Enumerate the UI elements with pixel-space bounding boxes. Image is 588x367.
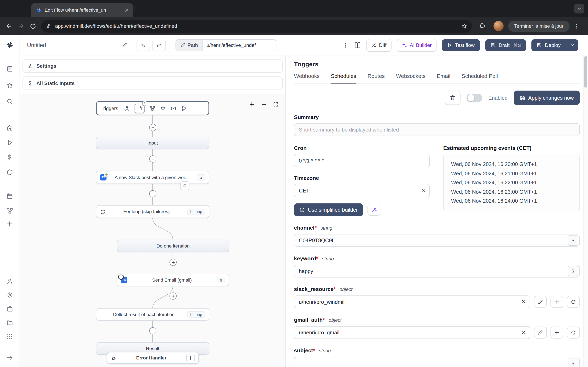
insert-step-button[interactable] xyxy=(149,327,156,334)
module-action-button[interactable] xyxy=(180,181,189,190)
clear-icon[interactable] xyxy=(521,329,527,335)
add-icon[interactable] xyxy=(6,221,13,227)
summary-input[interactable] xyxy=(294,123,580,136)
back-button[interactable] xyxy=(3,20,15,32)
simplified-builder-button[interactable]: Use simplified builder xyxy=(294,203,363,216)
scrollbar[interactable] xyxy=(583,55,588,367)
scrollbar-thumb[interactable] xyxy=(584,56,587,88)
tab-email[interactable]: Email xyxy=(437,73,450,83)
fit-view-button[interactable] xyxy=(271,100,280,109)
tab-webhooks[interactable]: Webhooks xyxy=(294,73,320,83)
subject-input[interactable] xyxy=(294,357,580,367)
poll-icon[interactable] xyxy=(181,105,187,111)
flow-canvas[interactable]: Triggers 1 Input xyxy=(20,94,285,367)
folders-icon[interactable] xyxy=(6,319,13,326)
test-flow-button[interactable]: Test flow xyxy=(442,39,480,51)
more-options-icon[interactable] xyxy=(342,42,348,48)
edit-resource-button[interactable] xyxy=(534,296,547,308)
cron-input[interactable] xyxy=(294,154,430,167)
slack-step-node[interactable]: TS A new Slack post with a given wor... … xyxy=(96,171,209,184)
deploy-options-button[interactable] xyxy=(566,39,578,51)
redo-button[interactable] xyxy=(152,40,166,51)
path-input[interactable] xyxy=(203,39,276,51)
browser-update-button[interactable]: Terminer la mise à jour xyxy=(508,20,570,32)
zoom-out-button[interactable] xyxy=(259,100,268,109)
webhook-icon[interactable] xyxy=(124,105,130,111)
bookmark-icon[interactable] xyxy=(461,23,467,29)
browser-tab[interactable]: Edit Flow u/henri/effective_un xyxy=(31,3,133,17)
gear-icon[interactable] xyxy=(6,292,13,299)
clear-icon[interactable] xyxy=(521,299,527,305)
triggers-node[interactable]: Triggers 1 xyxy=(96,101,209,115)
workspace-icon[interactable] xyxy=(6,306,13,312)
tab-close-icon[interactable] xyxy=(124,7,130,13)
favorites-icon[interactable] xyxy=(6,82,13,89)
error-handler-node[interactable]: Error Handler xyxy=(107,352,199,364)
enabled-toggle[interactable] xyxy=(467,93,482,102)
edit-resource-button[interactable] xyxy=(534,327,547,339)
keyword-input[interactable] xyxy=(294,265,580,277)
ai-cron-button[interactable] xyxy=(367,204,380,216)
browser-menu-button[interactable] xyxy=(570,20,582,32)
tab-scheduled-poll[interactable]: Scheduled Poll xyxy=(462,73,498,83)
search-icon[interactable] xyxy=(6,98,13,105)
play-icon[interactable] xyxy=(6,139,13,146)
path-button[interactable]: Path xyxy=(176,39,203,51)
add-resource-button[interactable] xyxy=(550,296,563,308)
runs-icon[interactable] xyxy=(6,66,13,72)
docs-icon[interactable] xyxy=(354,42,361,49)
add-error-handler-button[interactable] xyxy=(186,354,195,362)
apply-changes-button[interactable]: Apply changes now xyxy=(514,91,580,105)
slack-resource-input[interactable] xyxy=(294,295,530,308)
reload-button[interactable] xyxy=(27,20,39,32)
refresh-resource-button[interactable] xyxy=(567,327,580,339)
email-icon[interactable] xyxy=(171,105,176,111)
add-resource-button[interactable] xyxy=(550,327,563,339)
flow-name-wrap[interactable]: Untitled xyxy=(27,42,127,48)
insert-step-button[interactable] xyxy=(169,292,177,300)
site-settings-icon[interactable] xyxy=(46,23,52,29)
tab-routes[interactable]: Routes xyxy=(367,73,385,83)
clear-timezone-icon[interactable] xyxy=(420,188,426,193)
extensions-button[interactable] xyxy=(476,20,488,32)
forloop-node[interactable]: For loop (skip failures) b_loop xyxy=(96,205,209,218)
dollar-icon[interactable] xyxy=(6,154,13,161)
tab-schedules[interactable]: Schedules xyxy=(331,73,356,83)
tab-websockets[interactable]: Websockets xyxy=(396,73,425,83)
channel-input[interactable] xyxy=(294,234,580,247)
insert-step-button[interactable] xyxy=(149,124,156,131)
email-step-node[interactable]: TS Send Email (gmail) b xyxy=(117,274,229,286)
edit-name-icon[interactable] xyxy=(122,42,128,48)
resources-icon[interactable] xyxy=(6,169,13,175)
forward-button[interactable] xyxy=(15,20,27,32)
windmill-logo[interactable] xyxy=(6,41,14,49)
delete-schedule-button[interactable] xyxy=(445,91,461,105)
schedule-trigger-button[interactable]: 1 xyxy=(135,104,145,113)
deploy-button[interactable]: Deploy xyxy=(531,39,566,51)
insert-step-button[interactable] xyxy=(149,190,156,197)
expand-sidebar-icon[interactable] xyxy=(6,354,13,361)
zoom-in-button[interactable] xyxy=(247,100,256,109)
schedules-icon[interactable] xyxy=(6,193,13,200)
new-tab-button[interactable] xyxy=(131,5,137,11)
dollar-badge[interactable]: $ xyxy=(568,358,578,367)
input-node[interactable]: Input xyxy=(96,137,209,149)
collect-node[interactable]: Collect result of each iteration b_loop xyxy=(96,308,209,321)
undo-button[interactable] xyxy=(137,40,150,51)
static-inputs-row[interactable]: All Static Inputs xyxy=(22,76,283,90)
flows-icon[interactable] xyxy=(6,208,13,214)
timezone-input[interactable] xyxy=(294,184,430,197)
diff-button[interactable]: Diff xyxy=(366,39,391,51)
websocket-icon[interactable] xyxy=(160,105,166,111)
home-icon[interactable] xyxy=(6,124,13,131)
insert-step-button[interactable] xyxy=(149,155,156,162)
address-bar[interactable]: app.windmill.dev/flows/edit/u/henri/effe… xyxy=(41,20,472,32)
user-icon[interactable] xyxy=(6,278,13,285)
ai-builder-button[interactable]: AI Builder xyxy=(397,39,437,51)
routes-icon[interactable] xyxy=(150,105,155,111)
draft-button[interactable]: Draft ⌘S xyxy=(485,39,526,51)
insert-step-button[interactable] xyxy=(169,259,177,266)
iteration-node[interactable]: Do one iteration xyxy=(117,240,229,252)
gmail-auth-input[interactable] xyxy=(294,326,530,339)
settings-row[interactable]: Settings xyxy=(22,59,283,73)
